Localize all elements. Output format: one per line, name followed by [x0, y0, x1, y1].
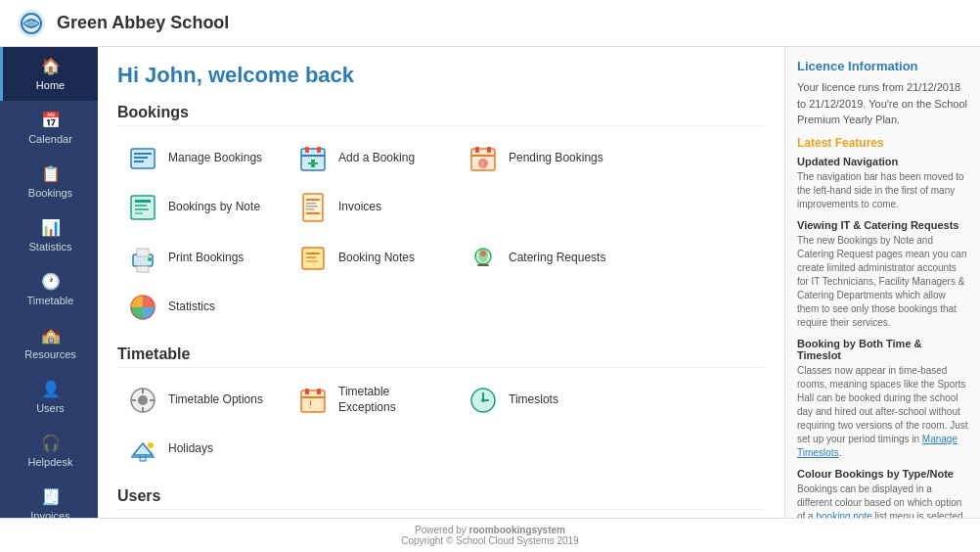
sidebar-item-calendar[interactable]: 📅 Calendar	[0, 101, 98, 155]
manage-bookings-label: Manage Bookings	[168, 151, 262, 166]
add-booking-label: Add a Booking	[338, 151, 415, 166]
booking-notes-item[interactable]: Booking Notes	[288, 236, 454, 281]
print-bookings-icon	[125, 241, 160, 276]
svg-rect-51	[317, 389, 321, 394]
sidebar-label-calendar: Calendar	[28, 133, 72, 145]
footer-brand: roombookingsystem	[469, 525, 565, 535]
timetable-row: Timetable Options ! Timetable Exceptions…	[117, 378, 765, 472]
statistics-icon: 📊	[41, 218, 61, 237]
timeslots-icon	[466, 383, 501, 418]
invoices-label: Invoices	[338, 200, 381, 215]
add-booking-icon	[295, 141, 331, 176]
feature-text-it-catering: The new Bookings by Note and Catering Re…	[797, 234, 968, 330]
svg-rect-23	[135, 212, 143, 214]
timetable-options-item[interactable]: Timetable Options	[117, 378, 284, 423]
feature-updated-navigation: Updated Navigation The navigation bar ha…	[797, 156, 968, 211]
timetable-exceptions-label: Timetable Exceptions	[338, 385, 446, 415]
resources-icon: 🏫	[41, 326, 61, 345]
svg-rect-46	[142, 407, 144, 412]
svg-rect-22	[135, 208, 149, 210]
latest-features-title: Latest Features	[797, 136, 968, 150]
feature-text-colour-bookings: Bookings can be displayed in a different…	[797, 483, 968, 519]
add-booking-item[interactable]: Add a Booking	[288, 136, 454, 181]
bookings-by-note-icon	[125, 190, 160, 225]
bookings-by-note-label: Bookings by Note	[168, 200, 260, 215]
pending-bookings-item[interactable]: ! Pending Bookings	[458, 136, 624, 181]
bookings-by-note-item[interactable]: Bookings by Note	[117, 185, 284, 230]
sidebar: 🏠 Home 📅 Calendar 📋 Bookings 📊 Statistic…	[0, 47, 98, 518]
sidebar-label-resources: Resources	[24, 348, 76, 360]
catering-requests-item[interactable]: Catering Requests	[458, 236, 624, 281]
svg-rect-27	[306, 206, 318, 207]
svg-rect-58	[140, 455, 146, 461]
calendar-icon: 📅	[41, 111, 61, 129]
booking-notes-icon	[295, 241, 331, 276]
sidebar-item-users[interactable]: 👤 Users	[0, 370, 98, 424]
logo	[16, 8, 47, 39]
helpdesk-icon: 🎧	[41, 434, 61, 452]
catering-requests-icon	[466, 241, 501, 276]
feature-title-navigation: Updated Navigation	[797, 156, 968, 167]
top-bar: Green Abbey School	[0, 0, 980, 47]
booking-notes-label: Booking Notes	[338, 251, 415, 266]
svg-rect-28	[306, 208, 314, 210]
timetable-section: Timetable Timetable Options ! Timetable …	[117, 345, 765, 472]
sidebar-item-invoices[interactable]: 🧾 Invoices	[0, 478, 98, 518]
bookings-icon: 📋	[41, 164, 61, 183]
invoices-item[interactable]: Invoices	[288, 185, 454, 230]
svg-rect-15	[487, 147, 491, 153]
manage-timeslots-link[interactable]: Manage Timeslots	[797, 434, 958, 458]
svg-rect-31	[137, 249, 149, 256]
bookings-section-title: Bookings	[117, 104, 765, 126]
svg-rect-5	[134, 157, 148, 159]
sidebar-item-helpdesk[interactable]: 🎧 Helpdesk	[0, 424, 98, 478]
sidebar-item-bookings[interactable]: 📋 Bookings	[0, 155, 98, 208]
svg-text:!: !	[309, 399, 312, 410]
timeslots-item[interactable]: Timeslots	[458, 378, 624, 423]
timetable-options-label: Timetable Options	[168, 392, 263, 408]
welcome-heading: Hi John, welcome back	[117, 63, 765, 88]
manage-bookings-icon	[125, 141, 160, 176]
right-panel: Licence Information Your licence runs fr…	[784, 47, 980, 518]
holidays-icon	[125, 432, 160, 467]
print-bookings-item[interactable]: Print Bookings	[117, 236, 284, 281]
sidebar-item-resources[interactable]: 🏫 Resources	[0, 316, 98, 370]
timetable-exceptions-item[interactable]: ! Timetable Exceptions	[288, 378, 454, 423]
svg-rect-4	[134, 153, 152, 155]
licence-info-text: Your licence runs from 21/12/2018 to 21/…	[797, 79, 968, 128]
sidebar-item-timetable[interactable]: 🕐 Timetable	[0, 262, 98, 316]
svg-point-40	[480, 251, 486, 256]
sidebar-item-home[interactable]: 🏠 Home	[0, 47, 98, 101]
users-icon: 👤	[41, 380, 61, 398]
print-bookings-label: Print Bookings	[168, 251, 244, 266]
svg-rect-21	[135, 205, 147, 207]
feature-booking-time-timeslot: Booking by Both Time & Timeslot Classes …	[797, 338, 968, 460]
feature-title-it-catering: Viewing IT & Catering Requests	[797, 219, 968, 231]
svg-rect-25	[306, 199, 320, 201]
holidays-label: Holidays	[168, 441, 213, 457]
svg-rect-24	[303, 194, 323, 221]
svg-text:!: !	[481, 160, 483, 168]
bookings-section: Bookings Manage Bookings Add a Booking	[117, 104, 765, 330]
timetable-icon: 🕐	[41, 272, 61, 291]
svg-rect-49	[301, 391, 325, 412]
holidays-item[interactable]: Holidays	[117, 427, 284, 472]
pending-bookings-icon: !	[466, 141, 501, 176]
booking-note-link[interactable]: booking note	[816, 511, 871, 519]
sidebar-label-timetable: Timetable	[27, 295, 74, 306]
sidebar-label-statistics: Statistics	[28, 241, 71, 253]
svg-rect-14	[475, 147, 479, 153]
svg-rect-47	[131, 399, 136, 401]
svg-rect-16	[471, 155, 495, 157]
statistics-item[interactable]: Statistics	[117, 285, 284, 330]
timetable-exceptions-icon: !	[295, 383, 331, 418]
svg-rect-50	[305, 389, 309, 394]
main-content: Hi John, welcome back Bookings Manage Bo…	[98, 47, 784, 518]
svg-point-59	[148, 442, 154, 448]
sidebar-item-statistics[interactable]: 📊 Statistics	[0, 208, 98, 262]
manage-bookings-item[interactable]: Manage Bookings	[117, 136, 284, 181]
svg-point-57	[481, 398, 485, 402]
svg-rect-45	[142, 389, 144, 393]
feature-colour-bookings: Colour Bookings by Type/Note Bookings ca…	[797, 468, 968, 519]
users-section-title: Users	[117, 487, 765, 510]
